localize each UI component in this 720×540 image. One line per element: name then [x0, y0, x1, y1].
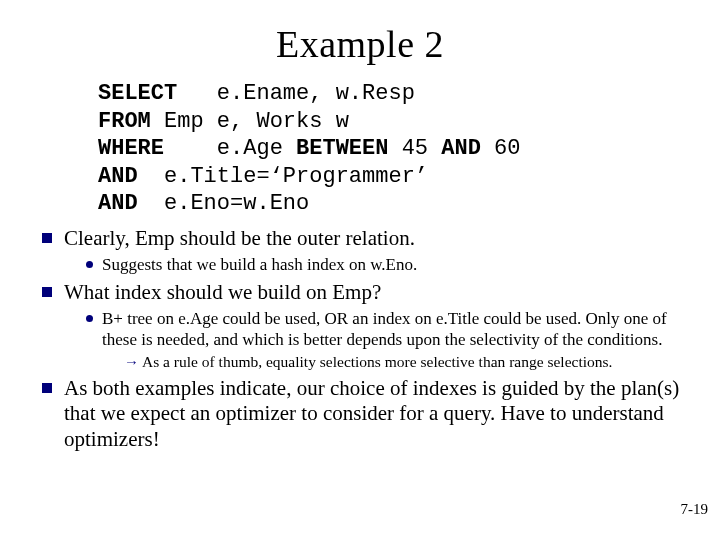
sub-bullet-item: Suggests that we build a hash index on w… — [84, 255, 690, 276]
slide-title: Example 2 — [30, 22, 690, 66]
kw-from: FROM — [98, 109, 151, 134]
code-text: Emp e, Works w — [151, 109, 349, 134]
bullet-text: As both examples indicate, our choice of… — [64, 376, 679, 451]
kw-and: AND — [98, 164, 138, 189]
bullet-item: Clearly, Emp should be the outer relatio… — [40, 226, 690, 276]
code-text: 60 — [481, 136, 521, 161]
code-text: e.Age — [164, 136, 296, 161]
kw-and: AND — [441, 136, 481, 161]
kw-and: AND — [98, 191, 138, 216]
sub-bullet-item: B+ tree on e.Age could be used, OR an in… — [84, 309, 690, 371]
kw-between: BETWEEN — [296, 136, 388, 161]
sub-bullet-text: B+ tree on e.Age could be used, OR an in… — [102, 309, 667, 349]
code-text: e.Eno=w.Eno — [138, 191, 310, 216]
bullet-list: Clearly, Emp should be the outer relatio… — [40, 226, 690, 453]
bullet-item: As both examples indicate, our choice of… — [40, 376, 690, 453]
code-text: 45 — [388, 136, 441, 161]
page-number: 7-19 — [681, 501, 709, 518]
arrow-item: As a rule of thumb, equality selections … — [124, 353, 690, 372]
arrow-list: As a rule of thumb, equality selections … — [124, 353, 690, 372]
slide: Example 2 SELECT e.Ename, w.Resp FROM Em… — [0, 0, 720, 540]
arrow-text: As a rule of thumb, equality selections … — [142, 353, 612, 370]
kw-select: SELECT — [98, 81, 177, 106]
sub-bullet-text: Suggests that we build a hash index on w… — [102, 255, 417, 274]
code-text: e.Ename, w.Resp — [177, 81, 415, 106]
sub-bullet-list: B+ tree on e.Age could be used, OR an in… — [84, 309, 690, 371]
bullet-text: What index should we build on Emp? — [64, 280, 381, 304]
code-text: e.Title=‘Programmer’ — [138, 164, 428, 189]
bullet-item: What index should we build on Emp? B+ tr… — [40, 280, 690, 372]
sub-bullet-list: Suggests that we build a hash index on w… — [84, 255, 690, 276]
kw-where: WHERE — [98, 136, 164, 161]
bullet-text: Clearly, Emp should be the outer relatio… — [64, 226, 415, 250]
sql-code-block: SELECT e.Ename, w.Resp FROM Emp e, Works… — [98, 80, 690, 218]
